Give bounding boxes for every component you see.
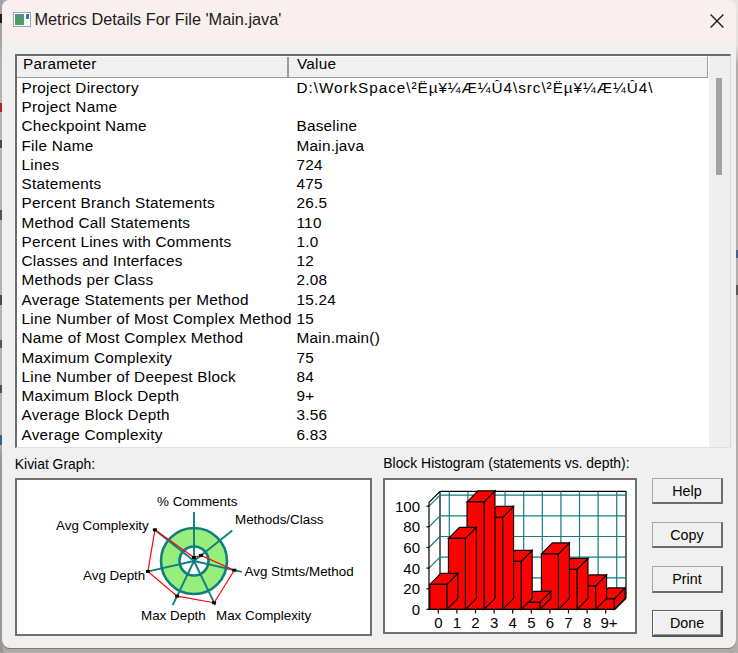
svg-text:20: 20	[403, 580, 420, 597]
svg-text:0: 0	[412, 601, 420, 618]
svg-text:1: 1	[453, 614, 461, 631]
svg-text:80: 80	[403, 518, 420, 535]
svg-text:9+: 9+	[600, 614, 617, 631]
svg-text:4: 4	[509, 614, 517, 631]
svg-text:8: 8	[583, 614, 591, 631]
svg-text:3: 3	[490, 614, 498, 631]
svg-text:60: 60	[403, 539, 420, 556]
svg-text:6: 6	[546, 614, 554, 631]
svg-text:7: 7	[564, 614, 572, 631]
svg-text:40: 40	[403, 560, 420, 577]
svg-text:0: 0	[434, 614, 442, 631]
svg-text:100: 100	[395, 498, 420, 515]
svg-text:5: 5	[527, 614, 535, 631]
svg-text:2: 2	[471, 614, 479, 631]
